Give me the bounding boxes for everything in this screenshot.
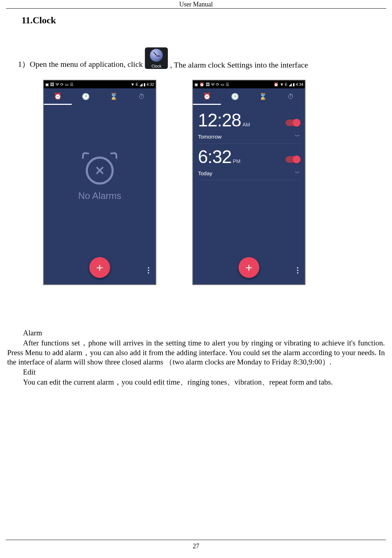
battery-icon: 🖼 (50, 83, 54, 87)
alarm-time: 12:28 AM (198, 110, 250, 131)
clock-icon-label: Clock (151, 64, 161, 68)
dot-icon (148, 272, 149, 274)
battery-icon: ▮ (143, 83, 146, 87)
alarm-time-value: 12:28 (198, 110, 241, 131)
battery-icon: ▮ (293, 83, 295, 87)
tab-stopwatch[interactable]: ⏱ (277, 88, 305, 105)
alarm-item[interactable]: 12:28 AM Tomorrow ﹀ (193, 107, 305, 144)
paragraph-edit: You can edit the current alarm，you could… (7, 377, 385, 387)
paragraph-alarm: After functions set，phone will arrives i… (7, 338, 385, 367)
alarm-small-icon: ⏰ (199, 83, 204, 87)
signal-icon: ◢ (140, 83, 142, 87)
alarm-ampm: PM (233, 158, 240, 164)
dot-icon (148, 267, 149, 269)
manual-page: User Manual 11.Clock 1）Open the menu of … (0, 0, 392, 558)
phone-body: ✕ No Alarms + (44, 105, 156, 284)
alarm-small-icon: ⏰ (274, 83, 279, 87)
footer-line (6, 540, 386, 540)
debug-icon: ☰ (70, 83, 74, 87)
overflow-menu-button[interactable] (148, 267, 149, 274)
toggle-knob-icon (293, 119, 301, 127)
body-text: Alarm After functions set，phone will arr… (7, 328, 385, 387)
tab-timer[interactable]: ⌛ (100, 88, 128, 105)
status-right: ▼ E ◢ ▮ 4:32 (131, 82, 154, 87)
alarm-toggle[interactable] (285, 120, 300, 126)
dot-icon (297, 270, 298, 271)
intro-post-text: , The alarm clock Settings into the inte… (170, 60, 308, 70)
clock-tabs: ⏰ 🕑 ⌛ ⏱ (193, 88, 305, 105)
tab-timer[interactable]: ⌛ (249, 88, 277, 105)
dot-icon (297, 272, 298, 274)
toggle-knob-icon (293, 155, 301, 163)
dot-icon (297, 267, 298, 269)
alarm-day-row[interactable]: Today ﹀ (198, 168, 300, 180)
clock-icon: 🕑 (82, 93, 90, 101)
status-right: ⏰ ▼ E ◢ ▮ 4:34 (274, 82, 303, 87)
signal-icon: ◢ (289, 83, 292, 87)
chevron-down-icon: ﹀ (295, 170, 300, 176)
status-left: ▣ 🖼 Ψ ⟳ ▭ ☰ (45, 83, 74, 87)
status-left: ▣ ⏰ 🖼 Ψ ⟳ ▭ ☰ (194, 83, 229, 87)
tab-stopwatch[interactable]: ⏱ (128, 88, 156, 105)
wifi-icon: ▼ (280, 83, 284, 87)
phone-screenshot-alarm-list: ▣ ⏰ 🖼 Ψ ⟳ ▭ ☰ ⏰ ▼ E ◢ ▮ 4:34 ⏰ (192, 80, 306, 285)
plus-icon: + (245, 261, 252, 275)
msg-icon: ▭ (65, 83, 69, 87)
status-time: 4:34 (296, 82, 303, 87)
screenshot-icon: ▣ (45, 83, 49, 87)
clock-hand-icon (156, 56, 160, 56)
alarm-icon: ⏰ (54, 92, 62, 100)
tab-alarm[interactable]: ⏰ (193, 88, 221, 105)
sync-icon: ⟳ (60, 83, 63, 87)
bell-ear-icon (110, 152, 118, 159)
debug-icon: ☰ (226, 83, 229, 87)
status-bar: ▣ 🖼 Ψ ⟳ ▭ ☰ ▼ E ◢ ▮ 4:32 (44, 80, 156, 88)
bell-body-icon: ✕ (86, 157, 114, 185)
tab-clock[interactable]: 🕑 (221, 88, 249, 105)
alarm-time-value: 6:32 (198, 147, 231, 167)
alarm-day-row[interactable]: Tomorrow ﹀ (198, 131, 300, 144)
alarm-time-row: 12:28 AM (198, 110, 300, 131)
plus-icon: + (96, 261, 103, 275)
alarm-ampm: AM (242, 122, 250, 127)
clock-tabs: ⏰ 🕑 ⌛ ⏱ (44, 88, 156, 105)
battery-icon: 🖼 (206, 83, 210, 87)
section-title: 11.Clock (22, 15, 388, 26)
overflow-menu-button[interactable] (297, 267, 298, 274)
wifi-icon: ▼ (131, 83, 134, 87)
no-alarms-icon: ✕ (83, 152, 117, 185)
alarm-day-label: Tomorrow (198, 134, 222, 140)
stopwatch-icon: ⏱ (288, 93, 294, 101)
network-type: E (136, 83, 138, 87)
alarm-time-row: 6:32 PM (198, 147, 300, 168)
msg-icon: ▭ (221, 83, 224, 87)
hourglass-icon: ⌛ (259, 93, 267, 101)
intro-pre-text: 1）Open the menu of application, click (18, 59, 143, 70)
add-alarm-button[interactable]: + (238, 257, 259, 278)
heading-alarm: Alarm (7, 328, 385, 338)
tab-alarm[interactable]: ⏰ (44, 88, 72, 105)
status-bar: ▣ ⏰ 🖼 Ψ ⟳ ▭ ☰ ⏰ ▼ E ◢ ▮ 4:34 (193, 80, 305, 88)
chevron-down-icon: ﹀ (295, 133, 300, 140)
clock-app-icon: Clock (145, 47, 168, 69)
dot-icon (148, 270, 149, 271)
page-number: 27 (0, 543, 392, 550)
clock-icon: 🕑 (231, 93, 239, 101)
alarm-day-label: Today (198, 170, 212, 176)
network-type: E (285, 83, 287, 87)
page-header-title: User Manual (6, 0, 386, 9)
sync-icon: ⟳ (216, 83, 219, 87)
clock-sphere-icon (150, 49, 163, 62)
no-alarms-text: No Alarms (78, 190, 121, 201)
x-icon: ✕ (95, 163, 105, 178)
intro-line: 1）Open the menu of application, click Cl… (18, 47, 388, 70)
alarm-item[interactable]: 6:32 PM Today ﹀ (193, 144, 305, 180)
hourglass-icon: ⌛ (110, 93, 118, 101)
bell-ear-icon (82, 152, 89, 159)
add-alarm-button[interactable]: + (89, 257, 110, 278)
tab-clock[interactable]: 🕑 (72, 88, 100, 105)
phone-body: 12:28 AM Tomorrow ﹀ 6:32 PM (193, 105, 305, 284)
phone-screenshot-no-alarms: ▣ 🖼 Ψ ⟳ ▭ ☰ ▼ E ◢ ▮ 4:32 ⏰ 🕑 ⌛ (43, 80, 156, 285)
alarm-toggle[interactable] (285, 156, 300, 163)
usb-icon: Ψ (211, 83, 214, 87)
